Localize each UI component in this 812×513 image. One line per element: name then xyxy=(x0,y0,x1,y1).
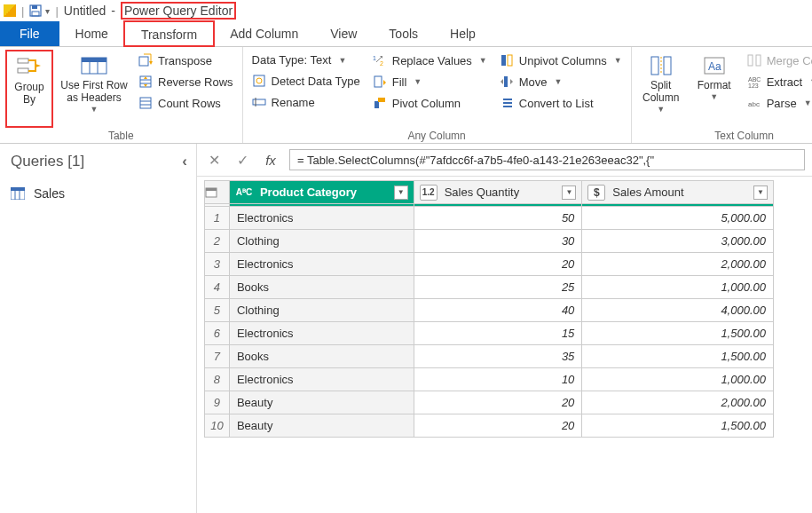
cell-sales-quantity[interactable]: 25 xyxy=(414,276,582,299)
cell-product-category[interactable]: Books xyxy=(229,276,414,299)
transpose-button[interactable]: Transpose xyxy=(135,51,237,69)
table-row[interactable]: 5Clothing404,000.00 xyxy=(205,299,774,322)
svg-point-21 xyxy=(256,78,262,83)
cell-sales-quantity[interactable]: 15 xyxy=(414,322,582,345)
column-filter-button[interactable]: ▼ xyxy=(753,185,768,200)
cell-sales-amount[interactable]: 1,000.00 xyxy=(582,276,774,299)
qat-dropdown[interactable]: ▾ xyxy=(45,6,50,16)
row-number: 5 xyxy=(205,299,230,322)
cancel-formula-button[interactable]: ✕ xyxy=(204,150,224,170)
table-row[interactable]: 4Books251,000.00 xyxy=(205,276,774,299)
cell-sales-quantity[interactable]: 30 xyxy=(414,230,582,253)
cell-sales-amount[interactable]: 4,000.00 xyxy=(582,299,774,322)
cell-sales-amount[interactable]: 2,000.00 xyxy=(582,391,774,414)
commit-formula-button[interactable]: ✓ xyxy=(233,150,252,170)
cell-sales-amount[interactable]: 1,500.00 xyxy=(582,322,774,345)
row-number: 1 xyxy=(205,207,230,230)
svg-rect-22 xyxy=(253,99,265,105)
tab-help[interactable]: Help xyxy=(434,21,492,46)
cell-sales-quantity[interactable]: 40 xyxy=(414,299,582,322)
merge-columns-button[interactable]: Merge Columns xyxy=(744,51,812,69)
tab-view[interactable]: View xyxy=(314,21,373,46)
use-first-row-as-headers-button[interactable]: Use First Row as Headers ▼ xyxy=(59,50,130,128)
collapse-queries-button[interactable]: ‹ xyxy=(182,153,187,170)
data-grid[interactable]: AᴮC Product Category ▼ 1.2 Sales Quantit… xyxy=(197,177,812,513)
extract-button[interactable]: ABC123 Extract▼ xyxy=(744,73,812,91)
tab-home[interactable]: Home xyxy=(59,21,124,46)
svg-rect-50 xyxy=(11,187,25,191)
move-button[interactable]: Move▼ xyxy=(496,73,626,91)
cell-product-category[interactable]: Electronics xyxy=(229,253,414,276)
select-all-corner[interactable] xyxy=(205,181,230,204)
group-by-button[interactable]: Group By xyxy=(5,50,53,128)
cell-product-category[interactable]: Beauty xyxy=(229,414,414,438)
data-type-button[interactable]: Data Type: Text▼ xyxy=(248,51,364,68)
cell-sales-quantity[interactable]: 50 xyxy=(414,207,582,230)
table-row[interactable]: 2Clothing303,000.00 xyxy=(205,230,774,253)
extract-icon: ABC123 xyxy=(747,75,761,89)
cell-sales-amount[interactable]: 2,000.00 xyxy=(582,253,774,276)
column-header-product-category[interactable]: AᴮC Product Category ▼ xyxy=(229,181,414,204)
cell-product-category[interactable]: Electronics xyxy=(229,368,414,391)
cell-sales-quantity[interactable]: 20 xyxy=(414,414,582,438)
cell-product-category[interactable]: Electronics xyxy=(229,207,414,230)
table-row[interactable]: 10Beauty201,500.00 xyxy=(205,414,774,438)
cell-sales-amount[interactable]: 1,000.00 xyxy=(582,368,774,391)
count-rows-button[interactable]: Count Rows xyxy=(135,94,237,112)
cell-product-category[interactable]: Electronics xyxy=(229,322,414,345)
column-header-sales-amount[interactable]: $ Sales Amount ▼ xyxy=(582,181,774,204)
detect-data-type-button[interactable]: Detect Data Type xyxy=(248,72,364,90)
app-title: Power Query Editor xyxy=(121,2,236,20)
column-header-sales-quantity[interactable]: 1.2 Sales Quantity ▼ xyxy=(414,181,582,204)
table-row[interactable]: 3Electronics202,000.00 xyxy=(205,253,774,276)
tab-transform[interactable]: Transform xyxy=(124,21,214,46)
unpivot-columns-button[interactable]: Unpivot Columns▼ xyxy=(496,51,626,69)
svg-marker-35 xyxy=(510,79,513,84)
replace-values-button[interactable]: 12 Replace Values▼ xyxy=(369,51,491,69)
cell-sales-quantity[interactable]: 10 xyxy=(414,368,582,391)
format-button[interactable]: Aa Format ▼ xyxy=(690,50,738,128)
cell-product-category[interactable]: Clothing xyxy=(229,299,414,322)
column-filter-button[interactable]: ▼ xyxy=(394,185,408,200)
cell-product-category[interactable]: Books xyxy=(229,345,414,368)
reverse-rows-button[interactable]: Reverse Rows xyxy=(135,73,237,91)
split-column-button[interactable]: Split Column ▼ xyxy=(637,50,685,128)
svg-text:2: 2 xyxy=(380,60,383,67)
parse-button[interactable]: abc Parse▼ xyxy=(744,94,812,112)
row-number: 6 xyxy=(205,322,230,345)
powerbi-icon xyxy=(4,4,16,17)
tab-file[interactable]: File xyxy=(0,21,59,46)
ribbon-group-label: Any Column xyxy=(248,128,626,142)
tab-add-column[interactable]: Add Column xyxy=(214,21,314,46)
table-row[interactable]: 9Beauty202,000.00 xyxy=(205,391,774,414)
formula-bar: ✕ ✓ fx xyxy=(197,144,812,177)
cell-product-category[interactable]: Clothing xyxy=(229,230,414,253)
formula-input[interactable] xyxy=(289,149,805,170)
convert-to-list-button[interactable]: Convert to List xyxy=(496,94,626,112)
svg-marker-28 xyxy=(383,80,386,85)
cell-sales-quantity[interactable]: 20 xyxy=(414,253,582,276)
cell-sales-amount[interactable]: 3,000.00 xyxy=(582,230,774,253)
table-row[interactable]: 8Electronics101,000.00 xyxy=(205,368,774,391)
save-icon[interactable] xyxy=(29,4,42,17)
chevron-down-icon: ▼ xyxy=(91,105,99,114)
column-filter-button[interactable]: ▼ xyxy=(562,185,576,200)
cell-sales-quantity[interactable]: 35 xyxy=(414,345,582,368)
cell-sales-amount[interactable]: 5,000.00 xyxy=(582,207,774,230)
svg-rect-54 xyxy=(206,188,217,191)
pivot-column-button[interactable]: Pivot Column xyxy=(369,94,491,112)
table-row[interactable]: 1Electronics505,000.00 xyxy=(205,207,774,230)
query-item-sales[interactable]: Sales xyxy=(0,179,196,208)
cell-product-category[interactable]: Beauty xyxy=(229,391,414,414)
cell-sales-quantity[interactable]: 20 xyxy=(414,391,582,414)
cell-sales-amount[interactable]: 1,500.00 xyxy=(582,345,774,368)
rename-button[interactable]: Rename xyxy=(248,93,364,111)
table-row[interactable]: 7Books351,500.00 xyxy=(205,345,774,368)
fill-button[interactable]: Fill▼ xyxy=(369,73,491,91)
cell-sales-amount[interactable]: 1,500.00 xyxy=(582,414,774,438)
queries-header: Queries [1] xyxy=(11,153,84,170)
tab-tools[interactable]: Tools xyxy=(373,21,434,46)
table-icon xyxy=(11,187,25,200)
svg-rect-27 xyxy=(374,76,382,87)
table-row[interactable]: 6Electronics151,500.00 xyxy=(205,322,774,345)
